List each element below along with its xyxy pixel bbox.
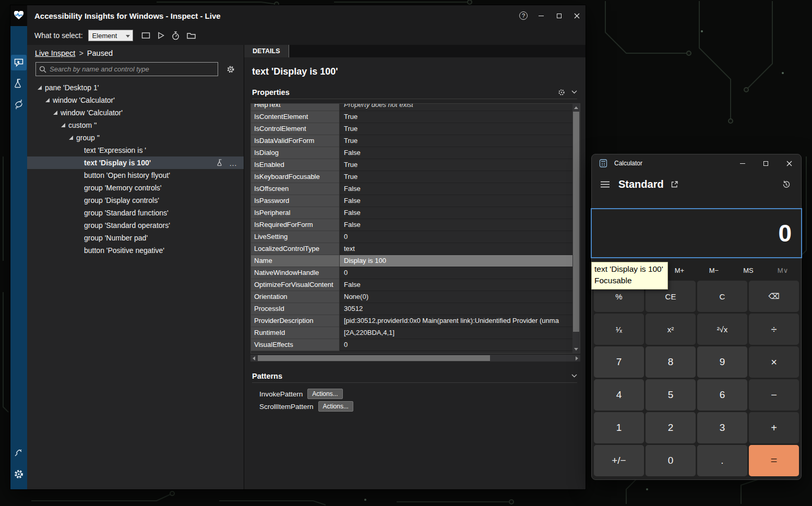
calculator-display[interactable]: 0: [591, 208, 802, 258]
calc-maximize-button[interactable]: [754, 154, 778, 172]
scroll-down-arrow[interactable]: [574, 348, 578, 351]
search-input[interactable]: [36, 63, 218, 76]
property-value-cell[interactable]: 0: [340, 267, 572, 279]
help-button[interactable]: ?: [515, 5, 532, 26]
highlighter-toggle-icon[interactable]: [141, 32, 150, 39]
tab-details[interactable]: DETAILS: [244, 45, 289, 57]
vertical-scroll-thumb[interactable]: [573, 112, 579, 332]
hamburger-menu-icon[interactable]: [601, 181, 610, 188]
key-reciprocal[interactable]: ¹⁄ₓ: [594, 314, 644, 345]
resume-play-icon[interactable]: [158, 32, 164, 39]
expander-icon[interactable]: [61, 123, 65, 127]
tree-item-pane-desktop[interactable]: pane 'Desktop 1': [27, 81, 244, 94]
property-value-cell[interactable]: True: [340, 159, 572, 171]
property-value-cell[interactable]: False: [340, 183, 572, 195]
property-value-cell[interactable]: True: [340, 123, 572, 135]
timer-icon[interactable]: [172, 31, 180, 40]
key-decimal[interactable]: .: [697, 445, 747, 476]
key-8[interactable]: 8: [646, 346, 696, 378]
tree-item-group-number-pad[interactable]: group 'Number pad': [27, 232, 244, 244]
tree-item-custom[interactable]: custom '': [27, 119, 244, 131]
patterns-chevron-icon[interactable]: [571, 374, 577, 378]
key-9[interactable]: 9: [697, 346, 747, 378]
tree-item-button-open-history[interactable]: button 'Open history flyout': [27, 169, 244, 182]
key-multiply[interactable]: ×: [749, 346, 799, 378]
key-subtract[interactable]: −: [749, 379, 799, 411]
load-folder-icon[interactable]: [187, 32, 196, 39]
key-clear[interactable]: C: [697, 281, 747, 312]
calc-minimize-button[interactable]: [731, 154, 754, 172]
invoke-actions-button[interactable]: Actions...: [307, 389, 342, 399]
memory-flyout-button[interactable]: M∨: [766, 262, 800, 279]
horizontal-scrollbar[interactable]: [250, 355, 580, 362]
expander-icon[interactable]: [69, 136, 73, 140]
live-inspect-icon[interactable]: [11, 55, 27, 70]
key-0[interactable]: 0: [646, 445, 696, 476]
tree-item-button-positive-negative[interactable]: button 'Positive negative': [27, 244, 244, 257]
scrollitem-actions-button[interactable]: Actions...: [318, 401, 353, 412]
property-value-cell[interactable]: True: [340, 171, 572, 183]
tree-item-text-expression[interactable]: text 'Expression is ': [27, 144, 244, 156]
scroll-up-arrow[interactable]: [574, 106, 578, 109]
property-value-cell[interactable]: True: [340, 135, 572, 147]
property-value-cell[interactable]: True: [340, 111, 572, 123]
tree-item-group[interactable]: group '': [27, 131, 244, 144]
tree-item-text-display-selected[interactable]: text 'Display is 100' …: [27, 156, 244, 169]
collapse-chevron-icon[interactable]: [571, 90, 577, 94]
more-actions-button[interactable]: …: [229, 159, 237, 167]
expander-icon[interactable]: [53, 111, 57, 115]
settings-gear-icon[interactable]: [11, 466, 27, 482]
history-icon[interactable]: [782, 180, 791, 189]
expander-icon[interactable]: [45, 98, 50, 102]
key-1[interactable]: 1: [594, 412, 644, 443]
cicd-sync-icon[interactable]: [11, 97, 27, 112]
element-selector-dropdown[interactable]: Element: [88, 30, 133, 41]
property-value-cell[interactable]: False: [340, 279, 572, 291]
calc-close-button[interactable]: [778, 154, 801, 172]
property-value-cell[interactable]: False: [340, 147, 572, 159]
property-value-cell[interactable]: None(0): [340, 291, 572, 303]
property-value-cell[interactable]: 30512: [340, 303, 572, 315]
tree-item-group-standard-functions[interactable]: group 'Standard functions': [27, 207, 244, 219]
key-4[interactable]: 4: [594, 379, 644, 411]
watch-flask-icon[interactable]: [217, 159, 223, 166]
horizontal-scroll-thumb[interactable]: [258, 355, 490, 361]
vertical-scrollbar[interactable]: [572, 104, 580, 353]
key-5[interactable]: 5: [646, 379, 696, 411]
key-divide[interactable]: ÷: [749, 314, 799, 345]
tree-item-window-calculator[interactable]: window 'Calculator': [27, 94, 244, 106]
minimize-button[interactable]: [532, 5, 550, 26]
scroll-right-arrow[interactable]: [576, 356, 578, 360]
key-7[interactable]: 7: [594, 346, 644, 378]
key-equals[interactable]: =: [749, 445, 799, 476]
key-add[interactable]: +: [749, 412, 799, 443]
property-value-cell[interactable]: 0: [340, 339, 572, 351]
property-value-cell[interactable]: Display is 100: [340, 255, 572, 267]
tree-item-group-memory-controls[interactable]: group 'Memory controls': [27, 182, 244, 194]
properties-gear-icon[interactable]: [558, 89, 565, 96]
calculator-mode-label[interactable]: Standard: [618, 178, 664, 190]
property-value-cell[interactable]: [2A,220BDA,4,1]: [340, 327, 572, 339]
property-value-cell[interactable]: [pid:30512,providerId:0x0 Main(parent li…: [340, 315, 572, 327]
key-square[interactable]: x²: [646, 314, 696, 345]
tree-item-group-display-controls[interactable]: group 'Display controls': [27, 194, 244, 207]
maximize-button[interactable]: [550, 5, 568, 26]
tree-item-group-standard-operators[interactable]: group 'Standard operators': [27, 219, 244, 232]
memory-subtract-button[interactable]: M−: [697, 262, 731, 279]
tree-item-window-calculator-inner[interactable]: window 'Calculator': [27, 106, 244, 119]
property-value-cell[interactable]: 0: [340, 231, 572, 243]
key-6[interactable]: 6: [697, 379, 747, 411]
connection-icon[interactable]: [11, 444, 27, 460]
keep-on-top-icon[interactable]: [671, 180, 678, 188]
tree-settings-gear-icon[interactable]: [226, 65, 235, 74]
key-2[interactable]: 2: [646, 412, 696, 443]
property-value-cell[interactable]: False: [340, 207, 572, 219]
key-backspace[interactable]: ⌫: [749, 281, 799, 312]
key-square-root[interactable]: ²√x: [697, 314, 747, 345]
property-value-cell[interactable]: Property does not exist: [340, 103, 572, 111]
scroll-left-arrow[interactable]: [253, 356, 255, 360]
property-value-cell[interactable]: False: [340, 219, 572, 231]
live-inspect-link[interactable]: Live Inspect: [35, 49, 75, 57]
close-button[interactable]: [568, 5, 586, 26]
key-3[interactable]: 3: [697, 412, 747, 443]
